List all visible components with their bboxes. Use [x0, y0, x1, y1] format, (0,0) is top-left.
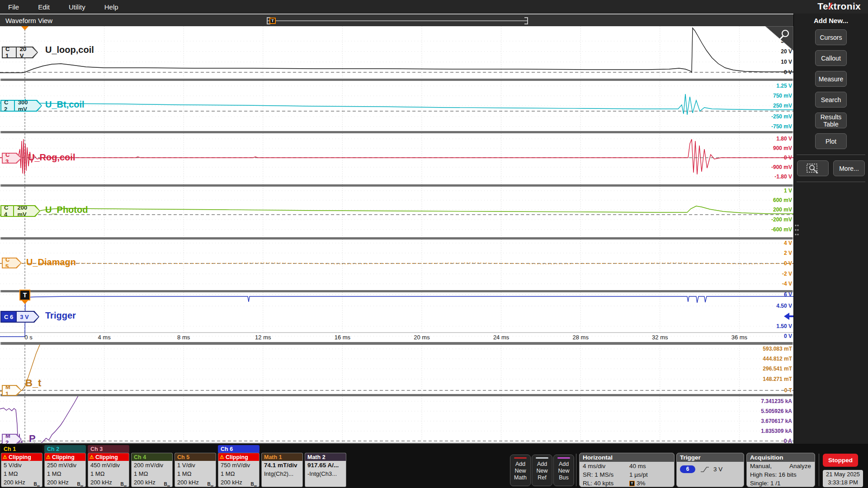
horizontal-panel[interactable]: Horizontal 4 ms/div40 ms SR: 1 MS/s1 µs/…: [579, 453, 675, 487]
channel-card-ch-1[interactable]: ⚠Clipping5 V/div1 MΩ200 kHzBw: [1, 453, 42, 487]
clipping-label: Clipping: [52, 454, 75, 460]
time-axis-label-20-ms: 20 ms: [414, 334, 429, 341]
channel-card-ch-6[interactable]: ⚠Clipping750 mV/div1 MΩ200 kHzBw: [218, 453, 259, 487]
card-row: 200 kHzBw: [132, 478, 172, 487]
card-row: 1 MΩ: [132, 469, 172, 478]
time-axis-label-12-ms: 12 ms: [255, 334, 271, 341]
warning-icon: ⚠: [46, 455, 51, 460]
scale-label-m-2-1-835309-ka: 1.835309 kA: [761, 428, 792, 434]
sample-interval: 1 µs/pt: [629, 470, 648, 479]
right-panel: Add New... CursorsCalloutMeasureSearchRe…: [793, 14, 868, 444]
scale-label-m-1-444-812-mt: 444.812 mT: [763, 356, 792, 362]
scale-label-c-6-4-50-v: 4.50 V: [776, 303, 792, 309]
channel-tab-ch-2[interactable]: Ch 2: [44, 445, 86, 453]
panel-button-cursors[interactable]: Cursors: [815, 29, 847, 45]
clipping-label: Clipping: [226, 454, 248, 460]
scale-label-m-2-7-341235-ka: 7.341235 kA: [761, 398, 792, 404]
bandwidth-icon: Bw: [208, 480, 213, 487]
time-axis-label-4-ms: 4 ms: [98, 334, 111, 341]
channel-badge-inner-c-1: C 120 V: [3, 47, 37, 57]
channel-tab-ch-3[interactable]: Ch 3: [88, 445, 129, 453]
scale-label-c-5-4-v: -4 V: [782, 281, 792, 287]
channel-badge-id: C 4: [1, 204, 13, 218]
card-row: 1 MΩ: [88, 469, 129, 478]
channel-card-math-1[interactable]: Math 174.1 mT/divIntg(Ch2)...: [261, 453, 303, 487]
time-axis-label-16-ms: 16 ms: [335, 334, 350, 341]
scale-label-c-6-1-50-v: 1.50 V: [776, 323, 792, 329]
channel-tab-ch-1[interactable]: Ch 1: [1, 445, 42, 453]
channel-tab-ch-6[interactable]: Ch 6: [218, 445, 259, 453]
trigger-position-icon[interactable]: [21, 26, 28, 30]
pan-zoom-right-bracket[interactable]: [524, 17, 528, 24]
card-row: 200 kHzBw: [175, 478, 216, 487]
menu-bar: FileEditUtilityHelp: [0, 0, 868, 14]
trace-group-c-5: [0, 239, 793, 290]
add-button-add-new-ref[interactable]: Add New Ref: [532, 455, 552, 486]
add-button-add-new-bus[interactable]: Add New Bus: [553, 455, 574, 486]
more-button[interactable]: More...: [833, 160, 865, 176]
menu-item-help[interactable]: Help: [104, 3, 118, 11]
warning-icon: ⚠: [90, 455, 94, 460]
card-row: 250 mV/div: [45, 461, 85, 469]
panel-button-results-table[interactable]: Results Table: [815, 113, 847, 128]
trigger-t-marker[interactable]: T: [19, 290, 30, 300]
right-panel-row4: More...: [794, 160, 868, 176]
scale-label-c-3-900-mv: -900 mV: [771, 164, 792, 170]
channel-badge-id: C 1: [3, 46, 16, 59]
trigger-level-arrow-icon[interactable]: [783, 312, 793, 321]
card-row: 1 MΩ: [1, 469, 42, 478]
channel-card-ch-5[interactable]: Ch 51 V/div1 MΩ200 kHzBw: [175, 453, 216, 487]
corner-zoom-icon[interactable]: [765, 26, 793, 51]
divider: [797, 182, 865, 182]
menu-item-utility[interactable]: Utility: [69, 3, 85, 11]
trigger-panel[interactable]: Trigger 6 3 V: [676, 453, 744, 487]
scale-label-c-1-0-v: 0 V: [784, 69, 792, 75]
scale-label-c-3-900-mv: 900 mV: [773, 145, 792, 151]
horizontal-scale: 4 ms/div: [583, 462, 629, 470]
channel-label-u-diamagn: U_Diamagn: [26, 257, 76, 267]
panel-button-callout[interactable]: Callout: [815, 50, 847, 66]
scale-label-c-4-600-mv: 600 mV: [773, 197, 792, 203]
clipping-banner: ⚠Clipping: [1, 453, 42, 461]
tektronix-logo: Tektronix: [817, 1, 861, 12]
datetime-display: 21 May 2025 3:33:18 PM: [823, 470, 863, 487]
add-button-stripe: [536, 457, 548, 459]
trace-group-c-4: [0, 187, 793, 237]
clipping-banner: ⚠Clipping: [88, 453, 129, 461]
time-axis-label-28-ms: 28 ms: [572, 334, 588, 341]
card-row: 1 V/div: [175, 461, 216, 469]
trigger-title: Trigger: [677, 453, 744, 462]
channel-card-ch-4[interactable]: Ch 4200 mV/div1 MΩ200 kHzBw: [131, 453, 173, 487]
trace-u-loop-coil: [0, 28, 793, 73]
add-button-add-new-math[interactable]: Add New Math: [510, 455, 531, 486]
bandwidth-icon: Bw: [34, 480, 40, 487]
scale-label-c-4-200-mv: 200 mV: [773, 206, 792, 213]
trigger-position-marker-minimap[interactable]: T: [269, 18, 276, 24]
trace-u-photod: [0, 206, 793, 216]
clipping-label: Clipping: [95, 454, 118, 460]
channel-card-ch-3[interactable]: ⚠Clipping450 mV/div1 MΩ200 kHzBw: [88, 453, 129, 487]
trigger-source-badge: 6: [680, 465, 695, 473]
zoom-select-button[interactable]: [797, 160, 829, 176]
acquisition-panel[interactable]: Acquisition Manual, Analyze High Res: 16…: [746, 453, 815, 487]
panel-button-search[interactable]: Search: [815, 92, 847, 108]
channel-card-ch-2[interactable]: ⚠Clipping250 mV/div1 MΩ200 kHzBw: [44, 453, 86, 487]
menu-item-file[interactable]: File: [8, 3, 19, 11]
panel-button-plot[interactable]: Plot: [815, 133, 847, 149]
channel-badge-inner-c-4: C 4200 mV: [1, 206, 39, 216]
acquisition-title: Acquisition: [747, 453, 815, 462]
bandwidth-icon: Bw: [77, 480, 83, 487]
menu-item-edit[interactable]: Edit: [38, 3, 50, 11]
time-axis-label-36-ms: 36 ms: [731, 334, 747, 341]
channel-card-math-2[interactable]: Math 2917.65 A/...-Intg(Ch3...: [305, 453, 346, 487]
scale-label-m-1-296-541-mt: 296.541 mT: [763, 366, 792, 372]
scale-label-m-1-148-271-mt: 148.271 mT: [763, 376, 792, 382]
acquisition-status-badge[interactable]: Stopped: [823, 454, 858, 467]
bandwidth-icon: Bw: [121, 480, 127, 487]
channel-badge-inner-c-2: C 2300 mV: [1, 101, 41, 111]
panel-button-measure[interactable]: Measure: [815, 71, 847, 87]
pan-zoom-bar[interactable]: T: [267, 17, 528, 24]
scale-label-c-2-1-25-v: 1.25 V: [776, 83, 792, 89]
panel-drag-handle[interactable]: [794, 222, 799, 239]
waveform-view-title: Waveform View: [5, 17, 52, 24]
